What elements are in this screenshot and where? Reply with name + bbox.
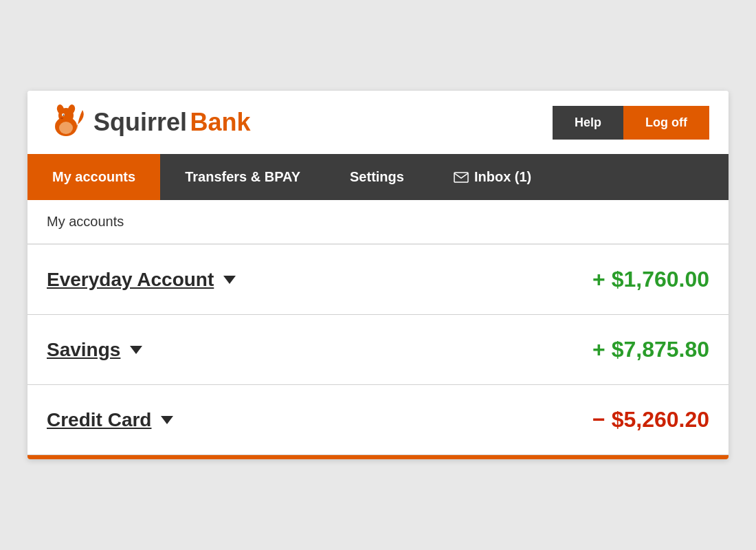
envelope-icon xyxy=(454,172,469,183)
nav-item-settings[interactable]: Settings xyxy=(325,154,429,200)
account-row-everyday: Everyday Account + $1,760.00 xyxy=(27,245,729,315)
account-balance-savings: + $7,875.80 xyxy=(592,337,709,362)
balance-sign-savings: + xyxy=(592,337,605,362)
svg-point-7 xyxy=(59,122,73,134)
content-area: My accounts Everyday Account + $1,760.00… xyxy=(27,200,729,459)
account-row-credit-card: Credit Card − $5,260.20 xyxy=(27,385,729,455)
account-name-credit-card[interactable]: Credit Card xyxy=(47,409,173,431)
account-balance-credit-card: − $5,260.20 xyxy=(592,407,709,432)
squirrel-logo-icon xyxy=(47,103,85,142)
bottom-accent-bar xyxy=(27,455,729,459)
svg-point-5 xyxy=(63,115,65,116)
help-button[interactable]: Help xyxy=(553,106,623,140)
nav-item-transfers-bpay[interactable]: Transfers & BPAY xyxy=(160,154,325,200)
balance-sign-everyday: + xyxy=(592,267,605,292)
logoff-button[interactable]: Log off xyxy=(623,106,709,140)
logo-text: Squirrel Bank xyxy=(93,108,251,137)
account-row-savings: Savings + $7,875.80 xyxy=(27,315,729,385)
account-label-everyday: Everyday Account xyxy=(47,269,214,291)
header-buttons: Help Log off xyxy=(553,106,709,140)
chevron-down-icon-everyday[interactable] xyxy=(223,276,236,284)
logo-area: Squirrel Bank xyxy=(47,103,251,142)
svg-point-6 xyxy=(60,118,63,119)
account-name-everyday[interactable]: Everyday Account xyxy=(47,269,236,291)
nav-label-transfers-bpay: Transfers & BPAY xyxy=(185,169,300,185)
account-label-savings: Savings xyxy=(47,339,120,361)
header: Squirrel Bank Help Log off xyxy=(27,91,729,154)
chevron-down-icon-credit-card[interactable] xyxy=(161,416,173,424)
nav-item-my-accounts[interactable]: My accounts xyxy=(27,154,160,200)
nav-bar: My accounts Transfers & BPAY Settings In… xyxy=(27,154,729,200)
balance-amount-credit-card: $5,260.20 xyxy=(612,407,709,432)
nav-label-inbox: Inbox (1) xyxy=(474,169,531,185)
page-title-bar: My accounts xyxy=(27,200,729,245)
nav-label-settings: Settings xyxy=(350,169,404,185)
balance-sign-credit-card: − xyxy=(592,407,605,432)
account-name-savings[interactable]: Savings xyxy=(47,339,142,361)
page-title: My accounts xyxy=(47,214,124,229)
chevron-down-icon-savings[interactable] xyxy=(130,346,142,354)
browser-window: Squirrel Bank Help Log off My accounts T… xyxy=(0,0,756,550)
logo-squirrel: Squirrel xyxy=(93,108,187,136)
nav-item-inbox[interactable]: Inbox (1) xyxy=(429,154,556,200)
account-balance-everyday: + $1,760.00 xyxy=(592,267,709,292)
nav-label-my-accounts: My accounts xyxy=(52,169,135,185)
svg-rect-8 xyxy=(454,173,468,182)
logo-bank: Bank xyxy=(190,108,251,136)
account-label-credit-card: Credit Card xyxy=(47,409,151,431)
app-container: Squirrel Bank Help Log off My accounts T… xyxy=(27,91,729,459)
balance-amount-savings: $7,875.80 xyxy=(612,337,709,362)
balance-amount-everyday: $1,760.00 xyxy=(612,267,709,292)
